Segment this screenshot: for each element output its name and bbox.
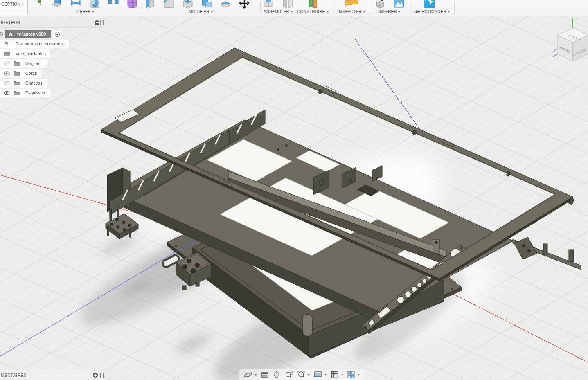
tree-row-document[interactable]: tv laptop v100: [0, 30, 104, 38]
group-label-assembler[interactable]: ASSEMBLER: [264, 9, 289, 14]
eye-icon[interactable]: [4, 91, 10, 95]
chevron-down-icon: [92, 11, 95, 13]
comments-panel-header[interactable]: MENTAIRES: [0, 370, 104, 380]
browser-panel-title: IGATEUR: [1, 20, 20, 25]
chevron-down-icon: [398, 11, 401, 13]
select-cursor-icon[interactable]: [423, 0, 435, 9]
display-settings-icon[interactable]: [313, 371, 327, 379]
group-label-construire[interactable]: CONSTRUIRE: [297, 9, 325, 14]
group-label-selectionner[interactable]: SéLECTIONNER: [414, 9, 446, 14]
tree-row-origin[interactable]: Origine: [0, 59, 104, 68]
main-toolbar: CEPTION CRéER MODIFIER A: [0, 0, 588, 16]
eye-icon[interactable]: [0, 32, 3, 36]
pan-icon[interactable]: [273, 371, 281, 379]
tree-item-label[interactable]: Canevas: [25, 81, 42, 85]
insert-derive-icon[interactable]: [374, 0, 386, 9]
tree-item-label[interactable]: Vues existantes: [16, 51, 46, 56]
tree-item-label[interactable]: Origine: [25, 61, 39, 66]
group-label-creer[interactable]: CRéER: [77, 9, 91, 14]
orbit-icon[interactable]: [243, 371, 257, 379]
chevron-down-icon: [448, 11, 450, 13]
folder-icon[interactable]: [14, 61, 20, 66]
comments-panel-title: MENTAIRES: [1, 373, 27, 378]
comments-panel: MENTAIRES: [0, 370, 104, 380]
fillet-icon[interactable]: [163, 0, 175, 9]
construction-plane-icon[interactable]: [306, 0, 318, 9]
box-primitive-icon[interactable]: [51, 0, 63, 9]
workspace-selector[interactable]: CEPTION: [0, 0, 28, 15]
combine-icon[interactable]: [201, 0, 213, 9]
shell-icon[interactable]: [182, 0, 194, 9]
offset-face-icon[interactable]: [219, 0, 232, 9]
sketch-dimension-icon[interactable]: [107, 0, 119, 9]
canvas-image-icon[interactable]: [393, 0, 405, 9]
chevron-down-icon: [341, 374, 343, 376]
zoom-icon[interactable]: [284, 371, 293, 379]
create-sketch-icon[interactable]: [32, 0, 44, 9]
tree-item-label[interactable]: Paramètres du document: [16, 41, 64, 46]
measure-icon[interactable]: [345, 0, 358, 9]
chevron-down-icon: [211, 11, 213, 13]
move-icon[interactable]: [238, 0, 250, 9]
chevron-down-icon: [324, 374, 327, 376]
viewport-navbar: [239, 369, 364, 380]
axis-z-label: Z: [554, 49, 556, 53]
eye-slash-icon[interactable]: [4, 61, 10, 66]
folder-icon[interactable]: [4, 52, 10, 56]
tree-row-bodies[interactable]: Corps: [0, 69, 104, 78]
browser-panel-header[interactable]: IGATEUR: [0, 18, 104, 28]
create-form-icon[interactable]: [126, 0, 138, 9]
panel-grip-icon[interactable]: [100, 373, 104, 378]
look-at-icon[interactable]: [261, 371, 269, 379]
tree-item-label[interactable]: Corps: [25, 71, 37, 76]
group-label-modifier[interactable]: MODIFIER: [189, 9, 210, 14]
component-cube-icon: [7, 31, 14, 38]
collapse-panel-icon[interactable]: [95, 20, 99, 25]
group-label-inspecter[interactable]: INSPECTER: [338, 9, 362, 14]
eye-slash-icon[interactable]: [4, 81, 10, 85]
grid-settings-icon[interactable]: [331, 371, 343, 379]
joint-icon[interactable]: [282, 0, 294, 9]
group-label-inserer[interactable]: INSéRER: [378, 9, 397, 14]
gear-icon[interactable]: ⚙: [4, 41, 9, 46]
chevron-down-icon: [307, 374, 310, 376]
browser-panel: IGATEUR tv laptop v100 ⚙ Paramètres du d…: [0, 18, 104, 28]
eye-icon[interactable]: [4, 71, 10, 76]
fit-icon[interactable]: [297, 371, 310, 379]
tree-row-document-settings[interactable]: ⚙ Paramètres du document: [0, 40, 104, 48]
viewports-icon[interactable]: [347, 371, 360, 379]
add-comment-icon[interactable]: [93, 373, 98, 378]
folder-icon[interactable]: [14, 71, 20, 76]
chevron-down-icon: [22, 4, 24, 5]
chevron-down-icon: [327, 11, 329, 13]
tree-row-sketches[interactable]: Esquisses: [0, 89, 104, 97]
new-component-icon[interactable]: [263, 0, 275, 9]
press-pull-icon[interactable]: [144, 0, 156, 9]
view-cube[interactable]: Y HAUT AVANT DROITE Z: [553, 17, 588, 68]
folder-icon[interactable]: [14, 91, 20, 95]
panel-grip-icon[interactable]: [100, 20, 104, 25]
document-name[interactable]: tv laptop v100: [17, 31, 46, 36]
axis-z-line: [553, 54, 557, 57]
chevron-down-icon: [357, 374, 360, 376]
chevron-down-icon: [255, 374, 257, 376]
activate-component-radio[interactable]: [53, 30, 61, 38]
tree-row-named-views[interactable]: Vues existantes: [0, 49, 104, 58]
chevron-down-icon: [363, 11, 365, 13]
freeform-icon[interactable]: [70, 0, 82, 9]
workspace-label: CEPTION: [1, 2, 20, 7]
tree-row-canvases[interactable]: Canevas: [0, 79, 104, 88]
axis-y-label: Y: [574, 18, 577, 22]
tree-item-label[interactable]: Esquisses: [25, 90, 45, 95]
folder-icon[interactable]: [14, 81, 20, 85]
cylinder-primitive-icon[interactable]: [88, 0, 101, 9]
